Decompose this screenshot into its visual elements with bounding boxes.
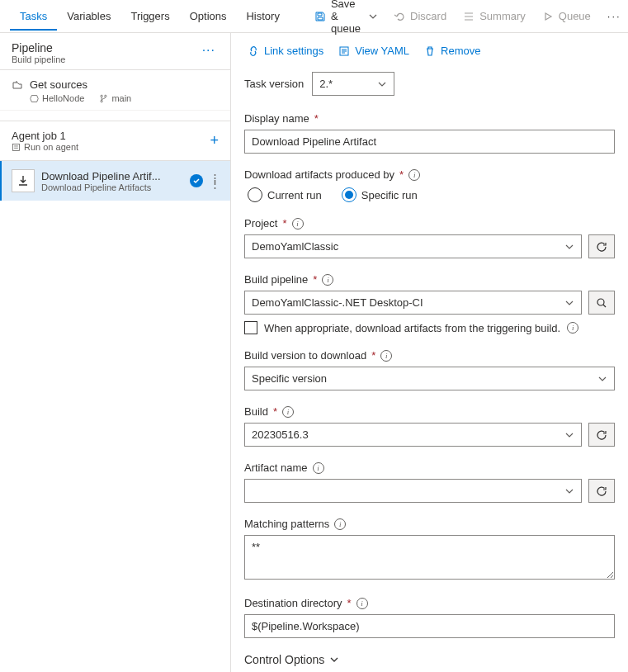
triggering-build-label: When appropriate, download artifacts fro…: [264, 322, 560, 334]
sources-icon: [12, 79, 23, 91]
info-icon[interactable]: i: [380, 350, 392, 362]
tab-options[interactable]: Options: [180, 2, 237, 31]
pipeline-subtitle: Build pipeline: [12, 54, 65, 64]
tab-triggers[interactable]: Triggers: [120, 2, 179, 31]
trash-icon: [424, 45, 436, 57]
info-icon[interactable]: i: [322, 274, 333, 286]
svg-point-1: [105, 95, 106, 97]
info-icon[interactable]: i: [292, 218, 304, 230]
artifact-name-select[interactable]: [244, 479, 582, 503]
drag-handle-icon[interactable]: ⋮⋮: [210, 176, 220, 186]
tab-history[interactable]: History: [236, 2, 289, 31]
destination-directory-input[interactable]: [244, 614, 615, 638]
add-task-button[interactable]: +: [210, 132, 219, 149]
repo-name: HelloNode: [30, 93, 84, 103]
radio-specific-run[interactable]: Specific run: [342, 187, 418, 202]
matching-patterns-label: Matching patterns: [244, 518, 329, 530]
display-name-label: Display name: [244, 112, 309, 125]
svg-point-5: [597, 299, 604, 305]
refresh-button[interactable]: [588, 479, 615, 503]
summary-label: Summary: [479, 10, 526, 22]
agent-icon: [12, 143, 21, 152]
refresh-icon: [596, 429, 607, 441]
info-icon[interactable]: i: [356, 598, 368, 609]
play-icon: [542, 11, 554, 22]
matching-patterns-input[interactable]: **: [244, 535, 615, 580]
build-version-select[interactable]: Specific version: [244, 367, 615, 390]
info-icon[interactable]: i: [282, 406, 294, 418]
build-pipeline-select[interactable]: DemoYamlClassic-.NET Desktop-CI: [244, 291, 582, 315]
branch-icon: [99, 94, 108, 103]
queue-label: Queue: [559, 10, 591, 22]
build-label: Build: [244, 405, 268, 418]
task-status-ok-icon: [190, 174, 203, 187]
chevron-down-icon: [369, 11, 377, 22]
triggering-build-checkbox[interactable]: [244, 321, 257, 334]
task-editor-panel: Link settings View YAML Remove Task vers…: [231, 33, 628, 672]
list-icon: [463, 11, 475, 22]
refresh-button[interactable]: [588, 234, 615, 258]
task-title: Download Pipeline Artif...: [41, 170, 183, 182]
task-version-select[interactable]: 2.*: [312, 72, 394, 96]
refresh-icon: [596, 241, 607, 253]
pipeline-more-button[interactable]: ···: [199, 41, 219, 59]
svg-rect-3: [13, 144, 20, 150]
svg-point-0: [101, 95, 102, 97]
artifact-name-label: Artifact name: [244, 461, 308, 474]
refresh-icon: [596, 485, 607, 497]
link-icon: [248, 45, 259, 57]
build-pipeline-label: Build pipeline: [244, 273, 308, 286]
download-icon: [12, 169, 35, 192]
azure-repos-icon: [30, 94, 39, 103]
yaml-icon: [338, 45, 350, 57]
view-yaml-button[interactable]: View YAML: [338, 45, 409, 57]
save-icon: [314, 11, 326, 22]
info-icon[interactable]: i: [313, 462, 324, 474]
link-settings-button[interactable]: Link settings: [248, 45, 323, 57]
save-and-queue-label: Save & queue: [331, 0, 364, 35]
discard-button: Discard: [385, 5, 455, 27]
required-marker: *: [314, 112, 319, 125]
destination-directory-label: Destination directory: [244, 597, 342, 609]
refresh-button[interactable]: [588, 423, 615, 447]
branch-name: main: [99, 93, 131, 103]
summary-button: Summary: [455, 5, 534, 27]
agent-job-title: Agent job 1: [12, 130, 78, 142]
radio-current-run[interactable]: Current run: [248, 187, 322, 202]
tasks-tree: Pipeline Build pipeline ··· Get sources …: [0, 33, 231, 672]
agent-job-item[interactable]: Agent job 1 Run on agent +: [0, 121, 230, 161]
more-actions-button[interactable]: ···: [599, 5, 628, 27]
editor-tabs: Tasks Variables Triggers Options History: [10, 2, 290, 31]
project-select[interactable]: DemoYamlClassic: [244, 234, 582, 258]
info-icon[interactable]: i: [408, 169, 420, 181]
control-options-section[interactable]: Control Options: [244, 653, 615, 666]
undo-icon: [394, 11, 405, 22]
task-subtitle: Download Pipeline Artifacts: [41, 182, 183, 192]
task-download-pipeline-artifact[interactable]: Download Pipeline Artif... Download Pipe…: [0, 161, 230, 201]
task-version-label: Task version: [244, 78, 304, 90]
pipeline-title[interactable]: Pipeline: [12, 41, 65, 54]
chevron-down-icon: [329, 655, 339, 665]
build-select[interactable]: 20230516.3: [244, 423, 582, 447]
info-icon[interactable]: i: [334, 518, 346, 530]
search-icon: [596, 297, 607, 309]
project-label: Project: [244, 217, 277, 230]
download-by-label: Download artifacts produced by: [244, 168, 394, 181]
agent-job-sub: Run on agent: [24, 142, 78, 152]
display-name-input[interactable]: [244, 130, 615, 154]
ellipsis-icon: ···: [607, 10, 621, 22]
queue-button: Queue: [534, 5, 599, 27]
svg-point-2: [101, 100, 102, 102]
browse-button[interactable]: [588, 291, 615, 315]
tab-variables[interactable]: Variables: [57, 2, 120, 31]
get-sources-item[interactable]: Get sources HelloNode main: [0, 70, 230, 111]
tab-tasks[interactable]: Tasks: [10, 2, 57, 31]
info-icon[interactable]: i: [567, 322, 578, 334]
build-version-label: Build version to download: [244, 349, 366, 362]
get-sources-label: Get sources: [30, 78, 87, 91]
remove-button[interactable]: Remove: [424, 45, 480, 57]
discard-label: Discard: [410, 10, 446, 22]
